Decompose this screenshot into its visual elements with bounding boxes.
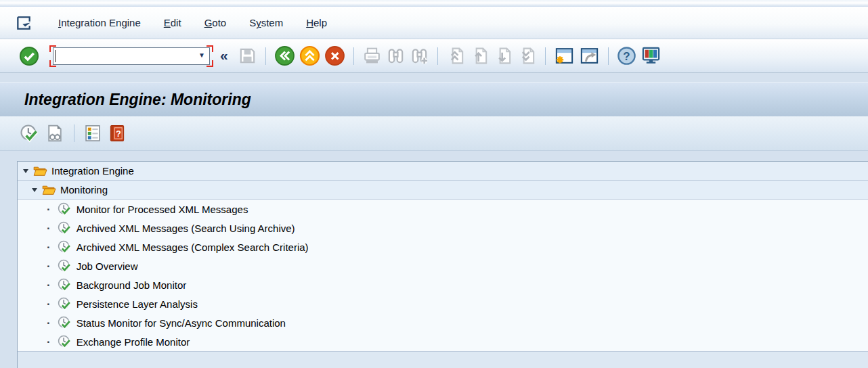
expander-icon[interactable]	[32, 188, 37, 192]
collapse-toolbar-icon[interactable]: «	[220, 47, 228, 64]
bullet: ·	[47, 223, 51, 234]
display-button[interactable]	[45, 123, 65, 143]
page-title: Integration Engine: Monitoring	[24, 91, 251, 109]
tree-item-job-overview[interactable]: · Job Overview	[18, 256, 868, 275]
tree-node-label: Integration Engine	[51, 165, 134, 177]
execute-icon	[57, 258, 72, 273]
back-button[interactable]	[274, 45, 295, 66]
bullet: ·	[47, 242, 51, 253]
last-page-button[interactable]	[517, 46, 537, 66]
tree-item-label: Archived XML Messages (Search Using Arch…	[77, 223, 295, 234]
tree-footer	[18, 351, 868, 368]
open-folder-icon	[42, 184, 56, 196]
tree-item-background-job-monitor[interactable]: · Background Job Monitor	[18, 275, 868, 294]
new-session-icon	[554, 45, 575, 66]
display-icon	[45, 123, 65, 143]
tree-item-status-monitor-sync-async[interactable]: · Status Monitor for Sync/Async Communic…	[18, 313, 868, 332]
menu-help[interactable]: Help	[306, 17, 327, 28]
tree-item-label: Job Overview	[77, 260, 138, 272]
menu-system[interactable]: System	[249, 17, 283, 28]
menu-edit[interactable]: Edit	[164, 17, 181, 28]
navigation-tree: Integration Engine Monitoring · Monitor …	[17, 161, 868, 368]
menu-goto[interactable]: Goto	[204, 17, 227, 28]
tree-item-monitor-processed-xml[interactable]: · Monitor for Processed XML Messages	[18, 200, 868, 218]
find-next-button[interactable]	[410, 46, 429, 66]
title-bar: Integration Engine: Monitoring	[0, 82, 868, 117]
menu-items: Integration Engine Edit Goto System Help	[58, 17, 350, 28]
cancel-button[interactable]	[324, 45, 345, 66]
exit-icon	[299, 45, 320, 66]
tree-item-archived-xml-search-archive[interactable]: · Archived XML Messages (Search Using Ar…	[18, 218, 868, 237]
menu-integration-engine[interactable]: Integration Engine	[58, 17, 141, 28]
application-toolbar: ?	[0, 116, 868, 151]
enter-button[interactable]	[19, 46, 39, 66]
next-page-icon	[494, 46, 513, 66]
first-page-icon	[446, 46, 466, 66]
cancel-icon	[324, 45, 345, 66]
standard-toolbar: ▼ «	[0, 39, 868, 73]
execute-icon	[57, 239, 72, 254]
command-dropdown-icon[interactable]: ▼	[198, 52, 205, 59]
system-menu-icon[interactable]	[15, 14, 32, 32]
bullet: ·	[47, 260, 51, 272]
tree-node-monitoring[interactable]: Monitoring	[18, 181, 868, 200]
tree-item-archived-xml-complex-search[interactable]: · Archived XML Messages (Complex Search …	[18, 237, 868, 256]
tree-item-persistence-layer-analysis[interactable]: · Persistence Layer Analysis	[18, 294, 868, 313]
execute-icon	[57, 277, 72, 292]
toolbar-separator	[353, 47, 354, 65]
bullet: ·	[47, 298, 51, 310]
create-shortcut-button[interactable]	[579, 45, 600, 66]
print-icon	[362, 46, 382, 66]
tree-node-label: Monitoring	[60, 184, 108, 196]
enter-icon	[19, 46, 39, 66]
toolbar-separator	[74, 124, 74, 142]
save-button[interactable]	[238, 46, 257, 66]
legend-button[interactable]	[83, 124, 102, 143]
customize-layout-button[interactable]	[641, 45, 661, 66]
bullet: ·	[47, 204, 51, 215]
execute-icon	[19, 123, 39, 143]
customize-layout-icon	[641, 45, 661, 66]
toolbar-separator	[265, 47, 266, 65]
tree-item-label: Persistence Layer Analysis	[77, 298, 198, 310]
menu-bar: Integration Engine Edit Goto System Help	[0, 7, 868, 39]
text-cursor	[55, 50, 56, 62]
tree-item-exchange-profile-monitor[interactable]: · Exchange Profile Monitor	[18, 332, 868, 351]
back-icon	[274, 45, 295, 66]
find-icon	[386, 46, 406, 66]
tree-item-label: Exchange Profile Monitor	[77, 336, 190, 348]
help-button[interactable]: ?	[617, 46, 636, 66]
find-next-icon	[410, 46, 429, 66]
open-folder-icon	[33, 165, 47, 177]
toolbar-separator	[608, 47, 609, 65]
svg-text:?: ?	[623, 50, 630, 63]
tree-item-label: Background Job Monitor	[77, 279, 187, 291]
command-field-wrapper: ▼	[49, 45, 213, 67]
execute-icon	[57, 315, 72, 330]
create-shortcut-icon	[579, 45, 600, 66]
svg-text:?: ?	[116, 129, 121, 139]
expander-icon[interactable]	[23, 169, 28, 173]
command-field-input[interactable]	[53, 47, 210, 65]
execute-button[interactable]	[19, 123, 39, 143]
previous-page-button[interactable]	[470, 46, 490, 66]
tree-item-label: Status Monitor for Sync/Async Communicat…	[77, 317, 286, 329]
application-help-button[interactable]: ?	[108, 124, 127, 143]
first-page-button[interactable]	[446, 46, 466, 66]
new-session-button[interactable]	[554, 45, 575, 66]
execute-icon	[57, 221, 72, 235]
execute-icon	[57, 334, 72, 349]
bullet: ·	[47, 317, 51, 329]
exit-button[interactable]	[299, 45, 320, 66]
tree-item-label: Archived XML Messages (Complex Search Cr…	[77, 242, 309, 253]
execute-icon	[57, 296, 72, 311]
print-button[interactable]	[362, 46, 382, 66]
bullet: ·	[47, 336, 51, 348]
toolbar-separator	[545, 47, 546, 65]
tree-node-integration-engine[interactable]: Integration Engine	[18, 162, 868, 181]
next-page-button[interactable]	[494, 46, 513, 66]
bullet: ·	[47, 279, 51, 291]
toolbar-separator	[437, 47, 438, 65]
find-button[interactable]	[386, 46, 406, 66]
tree-item-label: Monitor for Processed XML Messages	[77, 204, 248, 215]
